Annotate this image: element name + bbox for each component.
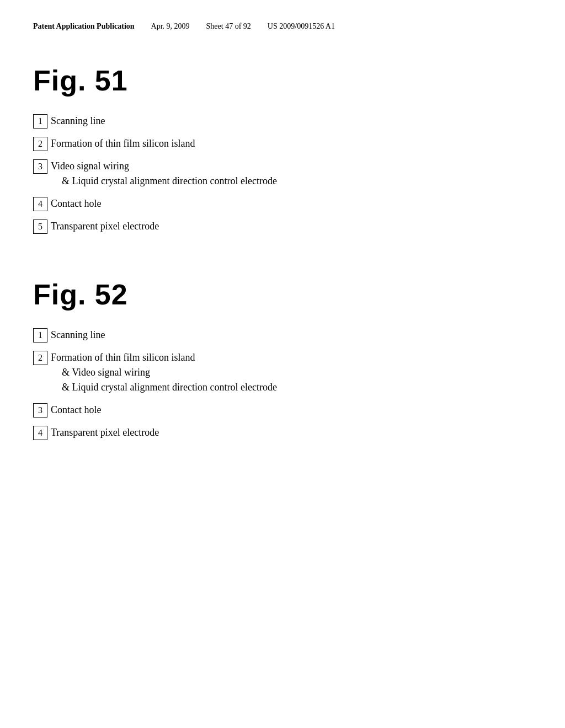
legend-line: Scanning line — [51, 328, 105, 342]
number-box-fig51-1: 1 — [33, 114, 47, 129]
header: Patent Application Publication Apr. 9, 2… — [33, 22, 532, 31]
number-box-fig52-3: 3 — [33, 403, 47, 417]
header-patent: US 2009/0091526 A1 — [268, 22, 335, 31]
number-box-fig51-5: 5 — [33, 220, 47, 234]
legend-line: Transparent pixel electrode — [51, 219, 159, 234]
legend-line: Formation of thin film silicon island — [51, 136, 195, 151]
figure-title-fig52: Fig. 52 — [33, 278, 532, 311]
legend-line: Video signal wiring — [51, 159, 277, 174]
header-sheet: Sheet 47 of 92 — [206, 22, 251, 31]
legend-text-fig52-2: Formation of thin film silicon island& V… — [51, 350, 277, 395]
legend-line: & Video signal wiring — [51, 365, 277, 380]
list-item: 5Transparent pixel electrode — [33, 219, 532, 234]
legend-text-fig51-5: Transparent pixel electrode — [51, 219, 159, 234]
number-box-fig52-1: 1 — [33, 328, 47, 342]
list-item: 1Scanning line — [33, 114, 532, 129]
header-publication: Patent Application Publication — [33, 22, 135, 31]
legend-line: Contact hole — [51, 196, 101, 211]
list-item: 2Formation of thin film silicon island — [33, 136, 532, 151]
legend-text-fig52-3: Contact hole — [51, 403, 101, 417]
figure-section-fig51: Fig. 511Scanning line2Formation of thin … — [33, 64, 532, 234]
legend-line: Formation of thin film silicon island — [51, 350, 277, 365]
number-box-fig51-3: 3 — [33, 159, 47, 174]
number-box-fig51-2: 2 — [33, 137, 47, 151]
number-box-fig51-4: 4 — [33, 197, 47, 211]
legend-text-fig51-1: Scanning line — [51, 114, 105, 129]
header-date: Apr. 9, 2009 — [151, 22, 190, 31]
figure-title-fig51: Fig. 51 — [33, 64, 532, 97]
number-box-fig52-4: 4 — [33, 426, 47, 440]
legend-text-fig51-3: Video signal wiring& Liquid crystal alig… — [51, 159, 277, 189]
figure-section-fig52: Fig. 521Scanning line2Formation of thin … — [33, 278, 532, 440]
legend-line: & Liquid crystal alignment direction con… — [51, 174, 277, 189]
list-item: 3Contact hole — [33, 403, 532, 417]
page: Patent Application Publication Apr. 9, 2… — [0, 0, 565, 728]
legend-list-fig51: 1Scanning line2Formation of thin film si… — [33, 114, 532, 234]
legend-text-fig51-2: Formation of thin film silicon island — [51, 136, 195, 151]
legend-text-fig51-4: Contact hole — [51, 196, 101, 211]
legend-line: Contact hole — [51, 403, 101, 417]
list-item: 2Formation of thin film silicon island& … — [33, 350, 532, 395]
number-box-fig52-2: 2 — [33, 351, 47, 365]
legend-text-fig52-1: Scanning line — [51, 328, 105, 342]
figures-container: Fig. 511Scanning line2Formation of thin … — [33, 64, 532, 440]
legend-line: Transparent pixel electrode — [51, 425, 159, 440]
legend-line: & Liquid crystal alignment direction con… — [51, 380, 277, 395]
legend-text-fig52-4: Transparent pixel electrode — [51, 425, 159, 440]
legend-list-fig52: 1Scanning line2Formation of thin film si… — [33, 328, 532, 440]
list-item: 1Scanning line — [33, 328, 532, 342]
list-item: 4Transparent pixel electrode — [33, 425, 532, 440]
list-item: 4Contact hole — [33, 196, 532, 211]
legend-line: Scanning line — [51, 114, 105, 129]
list-item: 3Video signal wiring& Liquid crystal ali… — [33, 159, 532, 189]
